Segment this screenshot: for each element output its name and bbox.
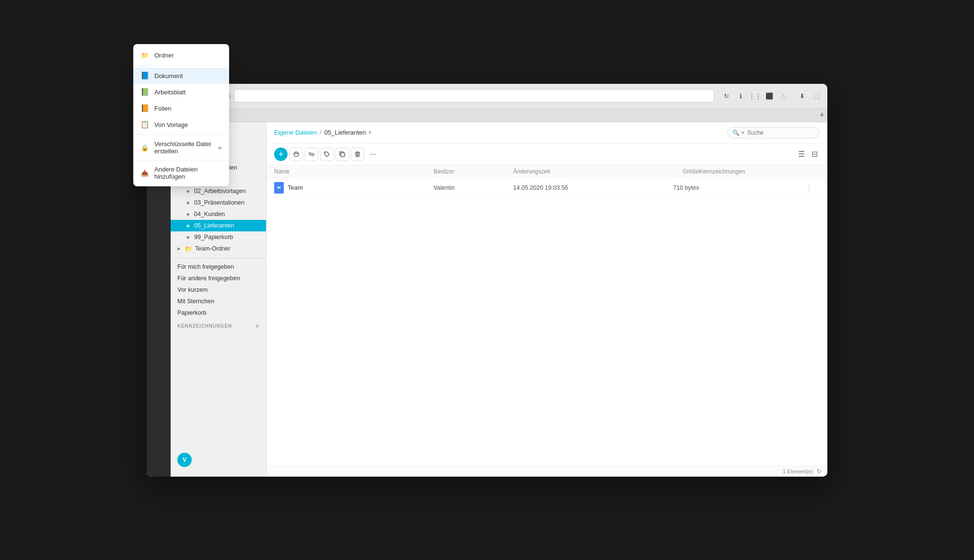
add-new-button[interactable]: + [274, 148, 288, 161]
dropdown-menu: 📁 Ordner 📘 Dokument 📗 Arbeitsblatt 📙 Fol… [147, 84, 229, 187]
file-tags: - [699, 184, 805, 191]
window-body: 🔔 📄 D Drive KATEGORIEN ▼ 📁 Eigene Dateie… [147, 122, 827, 477]
sidebar-item-fuer-andere-freigegeben[interactable]: Für andere freigegeben [171, 273, 266, 284]
sidebar-item-05-lieferanten[interactable]: ▶ 05_Lieferanten [171, 220, 266, 231]
col-name-header: Name [274, 168, 433, 175]
breadcrumb-root[interactable]: Eigene Dateien [274, 129, 317, 136]
titlebar-right-icons: ↻ ℹ ⋮⋮ ⬛ ⚠ [721, 91, 789, 101]
table-row[interactable]: W Team Valentin 14.05.2020 19:03:56 710 … [267, 178, 827, 198]
titlebar: ‹ › ⊟ ⬆ ⌂ ↻ ℹ ⋮⋮ ⬛ ⚠ ⬇ ⬜ [147, 84, 827, 109]
dropdown-item-folien[interactable]: 📙 Folien [147, 100, 229, 116]
chevron-right-icon: ▶ [177, 246, 181, 251]
team-folder-icon: 📁 [185, 245, 192, 252]
04-label: 04_Kunden [194, 211, 225, 217]
col-size-header: Größe [619, 168, 699, 175]
slides-icon: 📙 [147, 103, 150, 113]
address-section: ⌂ ↻ ℹ ⋮⋮ ⬛ ⚠ [227, 89, 789, 103]
breadcrumb: Eigene Dateien / 05_Lieferanten ▾ [274, 129, 723, 136]
sidebar-item-papierkorb[interactable]: Papierkorb [171, 307, 266, 319]
breadcrumb-current[interactable]: 05_Lieferanten [325, 129, 366, 136]
file-owner: Valentin [433, 184, 513, 191]
file-more-button[interactable]: ⋮ [805, 183, 813, 192]
arbeitsblatt-label: Arbeitsblatt [154, 89, 186, 96]
copy-path-button[interactable] [290, 148, 303, 161]
svg-point-5 [325, 152, 326, 153]
add-kennzeichnung-button[interactable]: + [255, 322, 259, 330]
sidebar-item-04-kunden[interactable]: ▶ 04_Kunden [171, 208, 266, 220]
tabbar: NAS Synology Drive + [147, 109, 827, 122]
main-toolbar: Eigene Dateien / 05_Lieferanten ▾ 🔍 ▾ [267, 122, 827, 144]
status-bar: 1 Element(e) ↻ [267, 466, 827, 477]
more-actions-button[interactable]: ··· [366, 148, 380, 161]
search-input-wrapper[interactable]: 🔍 ▾ [727, 127, 820, 138]
02-label: 02_Arbeitsvorlagen [194, 188, 246, 194]
team-ordner-label: Team-Ordner [195, 245, 231, 252]
05-label: 05_Lieferanten [194, 222, 234, 229]
link-button[interactable] [305, 148, 318, 161]
submenu-arrow-icon: ▶ [219, 145, 222, 151]
file-name: Team [288, 184, 303, 191]
lock-icon: 🔒 [147, 143, 150, 152]
sidebar-item-vor-kurzem[interactable]: Vor kurzem [171, 284, 266, 296]
refresh-button[interactable]: ↻ [817, 468, 822, 475]
grid-apps-icon[interactable]: ⋮⋮ [750, 91, 760, 101]
file-table: Name Besitzer Änderungszeit Größe Kennze… [267, 165, 827, 466]
sidebar-item-02-arbeitsvorlagen[interactable]: ▶ 02_Arbeitsvorlagen [171, 185, 266, 197]
table-header: Name Besitzer Änderungszeit Größe Kennze… [267, 165, 827, 178]
dropdown-divider-3 [147, 160, 229, 160]
99-label: 99_Papierkorb [194, 234, 233, 240]
kennzeichnungen-label: KENNZEICHNUNGEN [177, 323, 232, 329]
andere-dateien-label: Andere Dateien hinzufügen [154, 166, 222, 180]
sidebar-item-team-ordner[interactable]: ▶ 📁 Team-Ordner [171, 243, 266, 255]
dropdown-item-verschluesselte-datei[interactable]: 🔒 Verschlüsselte Datei erstellen ▶ [147, 137, 229, 158]
settings-icon[interactable]: ⬛ [764, 91, 775, 101]
user-avatar[interactable]: V [177, 453, 192, 467]
search-icon: 🔍 [732, 129, 740, 136]
copy-icon[interactable]: ⬜ [811, 91, 822, 101]
upload-icon: 📤 [147, 168, 150, 178]
copy-button[interactable] [336, 148, 349, 161]
dropdown-divider-2 [147, 135, 229, 135]
dropdown-item-von-vorlage[interactable]: 📋 Von Vorlage [147, 116, 229, 133]
col-tags-header: Kennzeichnungen [699, 168, 805, 175]
chevron-right-icon: ▶ [187, 200, 190, 205]
sidebar-item-fuer-mich-freigegeben[interactable]: Für mich freigegeben [171, 261, 266, 273]
file-more-cell: ⋮ [805, 183, 820, 192]
warning-icon[interactable]: ⚠ [778, 91, 789, 101]
compact-view-button[interactable]: ⊟ [810, 149, 820, 160]
delete-button[interactable] [351, 148, 364, 161]
action-toolbar: + [267, 144, 827, 165]
file-modified: 14.05.2020 19:03:56 [513, 184, 620, 191]
dropdown-item-andere-dateien[interactable]: 📤 Andere Dateien hinzufügen [147, 162, 229, 183]
chevron-right-icon: ▶ [187, 235, 190, 240]
chevron-right-icon: ▶ [187, 223, 190, 228]
svg-rect-6 [341, 153, 345, 157]
tag-button[interactable] [320, 148, 334, 161]
refresh-button[interactable]: ↻ [721, 91, 731, 101]
breadcrumb-dropdown-arrow[interactable]: ▾ [369, 129, 371, 136]
info-icon[interactable]: ℹ [735, 91, 746, 101]
search-input[interactable] [747, 129, 814, 136]
file-size: 710 bytes [619, 184, 699, 191]
template-icon: 📋 [147, 120, 150, 129]
dropdown-item-arbeitsblatt[interactable]: 📗 Arbeitsblatt [147, 84, 229, 100]
kennzeichnungen-section: KENNZEICHNUNGEN + [171, 319, 266, 332]
address-bar[interactable] [234, 89, 714, 103]
element-count: 1 Element(e) [783, 469, 813, 474]
folien-label: Folien [154, 105, 171, 112]
sidebar-item-99-papierkorb[interactable]: ▶ 99_Papierkorb [171, 231, 266, 243]
add-tab-button[interactable]: + [819, 111, 824, 119]
verschluesselte-datei-label: Verschlüsselte Datei erstellen [154, 140, 214, 155]
sheet-icon: 📗 [147, 87, 150, 97]
list-view-button[interactable]: ☰ [796, 149, 807, 160]
breadcrumb-separator: / [320, 129, 322, 136]
search-dropdown-icon[interactable]: ▾ [742, 129, 744, 136]
03-label: 03_Präsentationen [194, 199, 244, 206]
von-vorlage-label: Von Vorlage [154, 121, 188, 128]
file-name-cell: W Team [274, 182, 433, 194]
download-icon[interactable]: ⬇ [797, 91, 807, 101]
sidebar-item-03-prasentationen[interactable]: ▶ 03_Präsentationen [171, 197, 266, 208]
sidebar-item-mit-sternchen[interactable]: Mit Sternchen [171, 296, 266, 307]
col-modified-header: Änderungszeit [513, 168, 620, 175]
col-owner-header: Besitzer [433, 168, 513, 175]
